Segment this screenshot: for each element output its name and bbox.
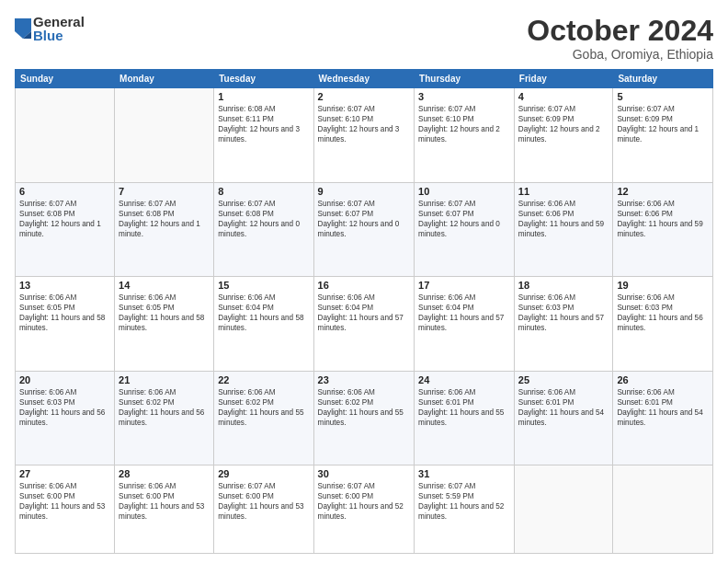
day-number: 31	[418, 468, 510, 479]
day-detail: Sunrise: 6:07 AM Sunset: 6:07 PM Dayligh…	[318, 199, 411, 239]
day-number: 23	[318, 374, 411, 385]
day-cell: 8Sunrise: 6:07 AM Sunset: 6:08 PM Daylig…	[214, 182, 313, 276]
day-detail: Sunrise: 6:07 AM Sunset: 5:59 PM Dayligh…	[418, 481, 510, 522]
day-number: 29	[218, 468, 309, 479]
day-detail: Sunrise: 6:07 AM Sunset: 6:10 PM Dayligh…	[318, 104, 411, 144]
day-detail: Sunrise: 6:06 AM Sunset: 6:00 PM Dayligh…	[19, 481, 110, 522]
title-block: October 2024 Goba, Oromiya, Ethiopia	[527, 15, 713, 62]
logo: General Blue	[15, 15, 85, 42]
col-header-sunday: Sunday	[16, 70, 115, 88]
col-header-tuesday: Tuesday	[214, 70, 313, 88]
day-cell: 30Sunrise: 6:07 AM Sunset: 6:00 PM Dayli…	[313, 465, 415, 553]
day-cell: 29Sunrise: 6:07 AM Sunset: 6:00 PM Dayli…	[214, 465, 313, 553]
day-cell: 1Sunrise: 6:08 AM Sunset: 6:11 PM Daylig…	[214, 88, 313, 182]
day-cell: 5Sunrise: 6:07 AM Sunset: 6:09 PM Daylig…	[613, 88, 713, 182]
day-number: 6	[19, 186, 110, 197]
day-cell: 14Sunrise: 6:06 AM Sunset: 6:05 PM Dayli…	[115, 277, 214, 371]
week-row-5: 27Sunrise: 6:06 AM Sunset: 6:00 PM Dayli…	[16, 465, 713, 553]
day-detail: Sunrise: 6:06 AM Sunset: 6:00 PM Dayligh…	[119, 481, 210, 522]
calendar-title: October 2024	[527, 15, 713, 47]
col-header-thursday: Thursday	[415, 70, 515, 88]
day-cell: 16Sunrise: 6:06 AM Sunset: 6:04 PM Dayli…	[313, 277, 415, 371]
day-number: 14	[119, 280, 210, 291]
day-detail: Sunrise: 6:06 AM Sunset: 6:04 PM Dayligh…	[418, 293, 510, 333]
day-number: 4	[518, 91, 609, 102]
day-cell: 6Sunrise: 6:07 AM Sunset: 6:08 PM Daylig…	[16, 182, 115, 276]
day-number: 21	[119, 374, 210, 385]
day-number: 12	[617, 186, 709, 197]
day-number: 7	[119, 186, 210, 197]
day-cell: 25Sunrise: 6:06 AM Sunset: 6:01 PM Dayli…	[514, 371, 613, 465]
day-number: 26	[617, 374, 709, 385]
day-detail: Sunrise: 6:06 AM Sunset: 6:02 PM Dayligh…	[218, 387, 309, 428]
day-number: 28	[119, 468, 210, 479]
day-detail: Sunrise: 6:07 AM Sunset: 6:08 PM Dayligh…	[19, 199, 110, 239]
day-detail: Sunrise: 6:06 AM Sunset: 6:04 PM Dayligh…	[218, 293, 309, 333]
day-cell: 28Sunrise: 6:06 AM Sunset: 6:00 PM Dayli…	[115, 465, 214, 553]
day-cell: 22Sunrise: 6:06 AM Sunset: 6:02 PM Dayli…	[214, 371, 313, 465]
day-detail: Sunrise: 6:07 AM Sunset: 6:00 PM Dayligh…	[218, 481, 309, 522]
day-number: 25	[518, 374, 609, 385]
day-detail: Sunrise: 6:06 AM Sunset: 6:05 PM Dayligh…	[19, 293, 110, 333]
day-number: 2	[318, 91, 411, 102]
week-row-1: 1Sunrise: 6:08 AM Sunset: 6:11 PM Daylig…	[16, 88, 713, 182]
day-cell	[115, 88, 214, 182]
day-cell: 12Sunrise: 6:06 AM Sunset: 6:06 PM Dayli…	[613, 182, 713, 276]
day-number: 9	[318, 186, 411, 197]
col-header-saturday: Saturday	[613, 70, 713, 88]
day-cell: 26Sunrise: 6:06 AM Sunset: 6:01 PM Dayli…	[613, 371, 713, 465]
logo-text: General Blue	[33, 15, 85, 42]
day-number: 30	[318, 468, 411, 479]
day-cell: 20Sunrise: 6:06 AM Sunset: 6:03 PM Dayli…	[16, 371, 115, 465]
calendar-subtitle: Goba, Oromiya, Ethiopia	[527, 47, 713, 62]
day-detail: Sunrise: 6:07 AM Sunset: 6:09 PM Dayligh…	[617, 104, 709, 144]
day-detail: Sunrise: 6:07 AM Sunset: 6:09 PM Dayligh…	[518, 104, 609, 144]
day-detail: Sunrise: 6:06 AM Sunset: 6:06 PM Dayligh…	[617, 199, 709, 239]
day-detail: Sunrise: 6:06 AM Sunset: 6:01 PM Dayligh…	[418, 387, 510, 428]
week-row-2: 6Sunrise: 6:07 AM Sunset: 6:08 PM Daylig…	[16, 182, 713, 276]
day-number: 19	[617, 280, 709, 291]
day-detail: Sunrise: 6:06 AM Sunset: 6:05 PM Dayligh…	[119, 293, 210, 333]
day-cell	[514, 465, 613, 553]
day-cell: 21Sunrise: 6:06 AM Sunset: 6:02 PM Dayli…	[115, 371, 214, 465]
day-cell: 17Sunrise: 6:06 AM Sunset: 6:04 PM Dayli…	[415, 277, 515, 371]
col-header-friday: Friday	[514, 70, 613, 88]
col-header-monday: Monday	[115, 70, 214, 88]
day-cell: 23Sunrise: 6:06 AM Sunset: 6:02 PM Dayli…	[313, 371, 415, 465]
day-number: 10	[418, 186, 510, 197]
day-cell: 11Sunrise: 6:06 AM Sunset: 6:06 PM Dayli…	[514, 182, 613, 276]
day-detail: Sunrise: 6:07 AM Sunset: 6:08 PM Dayligh…	[218, 199, 309, 239]
day-detail: Sunrise: 6:06 AM Sunset: 6:02 PM Dayligh…	[318, 387, 411, 428]
day-cell: 19Sunrise: 6:06 AM Sunset: 6:03 PM Dayli…	[613, 277, 713, 371]
day-cell: 15Sunrise: 6:06 AM Sunset: 6:04 PM Dayli…	[214, 277, 313, 371]
col-header-wednesday: Wednesday	[313, 70, 415, 88]
day-detail: Sunrise: 6:06 AM Sunset: 6:01 PM Dayligh…	[617, 387, 709, 428]
day-detail: Sunrise: 6:06 AM Sunset: 6:03 PM Dayligh…	[518, 293, 609, 333]
day-detail: Sunrise: 6:06 AM Sunset: 6:02 PM Dayligh…	[119, 387, 210, 428]
day-detail: Sunrise: 6:08 AM Sunset: 6:11 PM Dayligh…	[218, 104, 309, 144]
logo-icon	[15, 18, 31, 39]
day-number: 17	[418, 280, 510, 291]
week-row-3: 13Sunrise: 6:06 AM Sunset: 6:05 PM Dayli…	[16, 277, 713, 371]
day-number: 24	[418, 374, 510, 385]
day-number: 22	[218, 374, 309, 385]
day-number: 20	[19, 374, 110, 385]
week-row-4: 20Sunrise: 6:06 AM Sunset: 6:03 PM Dayli…	[16, 371, 713, 465]
day-detail: Sunrise: 6:06 AM Sunset: 6:04 PM Dayligh…	[318, 293, 411, 333]
header: General Blue October 2024 Goba, Oromiya,…	[15, 15, 713, 62]
day-cell	[16, 88, 115, 182]
day-detail: Sunrise: 6:06 AM Sunset: 6:03 PM Dayligh…	[19, 387, 110, 428]
day-number: 16	[318, 280, 411, 291]
calendar-table: SundayMondayTuesdayWednesdayThursdayFrid…	[15, 69, 713, 554]
day-detail: Sunrise: 6:06 AM Sunset: 6:01 PM Dayligh…	[518, 387, 609, 428]
day-cell: 7Sunrise: 6:07 AM Sunset: 6:08 PM Daylig…	[115, 182, 214, 276]
day-cell: 10Sunrise: 6:07 AM Sunset: 6:07 PM Dayli…	[415, 182, 515, 276]
day-cell: 13Sunrise: 6:06 AM Sunset: 6:05 PM Dayli…	[16, 277, 115, 371]
day-number: 3	[418, 91, 510, 102]
day-number: 11	[518, 186, 609, 197]
day-detail: Sunrise: 6:07 AM Sunset: 6:10 PM Dayligh…	[418, 104, 510, 144]
day-cell: 24Sunrise: 6:06 AM Sunset: 6:01 PM Dayli…	[415, 371, 515, 465]
day-detail: Sunrise: 6:07 AM Sunset: 6:07 PM Dayligh…	[418, 199, 510, 239]
day-cell: 3Sunrise: 6:07 AM Sunset: 6:10 PM Daylig…	[415, 88, 515, 182]
day-number: 1	[218, 91, 309, 102]
